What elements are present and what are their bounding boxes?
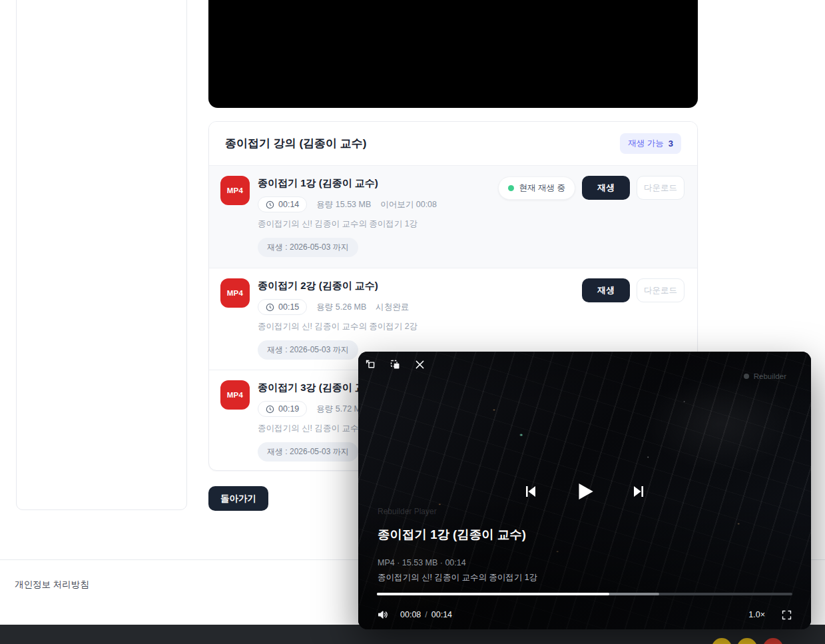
corner-watermark: Rebuilder [744, 372, 786, 380]
back-button[interactable]: 돌아가기 [208, 486, 268, 511]
next-track-icon[interactable] [631, 483, 647, 499]
expiry-pill: 재생 : 2026-05-03 까지 [258, 340, 358, 360]
close-icon[interactable] [414, 359, 425, 370]
mp4-format-badge: MP4 [220, 380, 250, 410]
current-time: 00:08 [400, 610, 421, 619]
time-separator: / [425, 610, 427, 619]
volume-icon[interactable] [377, 609, 389, 621]
clock-icon [266, 405, 274, 414]
privacy-policy-link[interactable]: 개인정보 처리방침 [15, 579, 89, 591]
main-video-player[interactable] [208, 0, 698, 108]
back-to-tab-icon[interactable] [365, 359, 376, 370]
time-display: 00:08 / 00:14 [400, 610, 452, 619]
playable-count-value: 3 [669, 139, 673, 149]
pip-video-meta: MP4 · 15.53 MB · 00:14 [378, 558, 792, 567]
file-size-text: 용량 5.26 MB [316, 302, 366, 313]
watermark-dot-icon [744, 374, 749, 379]
lecture-item: MP4 종이접기 1강 (김종이 교수) 00:14 용량 15.53 MB 이… [209, 166, 697, 268]
playable-count-badge: 재생 가능 3 [620, 133, 681, 154]
file-size-text: 용량 15.53 MB [316, 199, 371, 210]
clock-icon [266, 200, 274, 209]
pip-video-title: 종이접기 1강 (김종이 교수) [378, 526, 792, 543]
duration-chip: 00:14 [258, 196, 307, 212]
duration-chip: 00:15 [258, 299, 307, 315]
download-button[interactable]: 다운로드 [637, 176, 685, 200]
playback-speed-button[interactable]: 1.0× [748, 610, 765, 619]
previous-track-icon[interactable] [523, 483, 539, 499]
lecture-description: 종이접기의 신! 김종이 교수의 종이접기 1강 [258, 218, 685, 230]
progress-played [377, 593, 609, 595]
total-time: 00:14 [431, 610, 452, 619]
expiry-pill: 재생 : 2026-05-03 까지 [258, 238, 358, 257]
play-button[interactable]: 재생 [582, 176, 630, 200]
play-button[interactable]: 재생 [582, 278, 630, 302]
duration-text: 00:14 [278, 200, 299, 209]
course-title: 종이접기 강의 (김종이 교수) [225, 136, 367, 151]
duration-chip: 00:19 [258, 401, 307, 417]
playable-count-label: 재생 가능 [628, 138, 663, 149]
now-playing-dot-icon [508, 185, 514, 191]
now-playing-text: 현재 재생 중 [519, 182, 565, 194]
pip-toggle-icon[interactable] [390, 359, 401, 370]
download-button[interactable]: 다운로드 [637, 278, 685, 302]
now-playing-badge: 현재 재생 중 [498, 176, 575, 200]
course-card-header: 종이접기 강의 (김종이 교수) 재생 가능 3 [209, 122, 697, 166]
expiry-pill: 재생 : 2026-05-03 까지 [258, 442, 358, 462]
player-watermark-text: Rebuilder Player [378, 507, 792, 516]
mp4-format-badge: MP4 [220, 278, 250, 308]
pip-video-description: 종이접기의 신! 김종이 교수의 종이접기 1강 [378, 572, 792, 583]
watch-status-text: 시청완료 [376, 302, 409, 313]
duration-text: 00:15 [278, 302, 299, 312]
left-sidebar-panel [16, 0, 187, 510]
corner-watermark-text: Rebuilder [754, 372, 786, 380]
clock-icon [266, 303, 274, 312]
floating-video-player: Rebuilder Rebuilder Player 종이접기 1강 (김종이 … [358, 352, 811, 629]
watch-status-text: 이어보기 00:08 [380, 199, 437, 210]
lecture-description: 종이접기의 신! 김종이 교수의 종이접기 2강 [258, 321, 685, 332]
mp4-format-badge: MP4 [220, 176, 250, 205]
duration-text: 00:19 [278, 404, 299, 414]
fullscreen-icon[interactable] [781, 609, 792, 621]
progress-bar[interactable] [377, 593, 792, 595]
play-icon[interactable] [573, 480, 596, 503]
